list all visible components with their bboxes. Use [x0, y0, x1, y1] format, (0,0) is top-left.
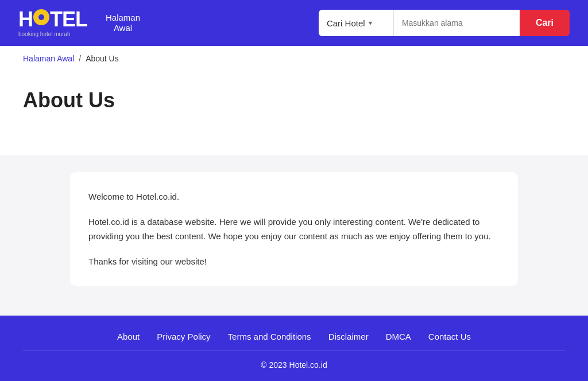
- search-button[interactable]: Cari: [520, 10, 570, 36]
- footer-link-about[interactable]: About: [117, 332, 140, 341]
- footer-divider: [23, 351, 565, 351]
- footer-copyright: © 2023 Hotel.co.id: [261, 360, 327, 370]
- footer-link-terms[interactable]: Terms and Conditions: [228, 332, 311, 341]
- content-paragraph-3: Thanks for visiting our website!: [88, 254, 500, 269]
- footer-link-contact[interactable]: Contact Us: [428, 332, 471, 341]
- content-paragraph-1: Welcome to Hotel.co.id.: [88, 189, 500, 204]
- footer-link-dmca[interactable]: DMCA: [386, 332, 411, 341]
- page-title: About Us: [23, 88, 565, 112]
- chevron-down-icon: ▾: [369, 19, 372, 27]
- search-type-dropdown[interactable]: Cari Hotel ▾: [319, 10, 393, 36]
- logo-text: HTEL: [18, 9, 87, 30]
- footer-link-disclaimer[interactable]: Disclaimer: [328, 332, 369, 341]
- breadcrumb-home-link[interactable]: Halaman Awal: [23, 54, 74, 63]
- breadcrumb-separator: /: [79, 54, 81, 63]
- main-content: About Us: [0, 71, 588, 155]
- search-area: Cari Hotel ▾ Cari: [319, 10, 570, 36]
- logo-icon: [33, 9, 49, 25]
- breadcrumb: Halaman Awal / About Us: [0, 46, 588, 71]
- search-input[interactable]: [393, 10, 520, 36]
- logo-subtitle: booking hotel murah: [18, 31, 87, 37]
- header: HTEL booking hotel murah Halaman Awal Ca…: [0, 0, 588, 46]
- content-paragraph-2: Hotel.co.id is a database website. Here …: [88, 215, 500, 244]
- content-card: Welcome to Hotel.co.id. Hotel.co.id is a…: [70, 172, 518, 286]
- footer-links: About Privacy Policy Terms and Condition…: [117, 332, 471, 341]
- content-area: Welcome to Hotel.co.id. Hotel.co.id is a…: [0, 155, 588, 316]
- breadcrumb-current: About Us: [86, 54, 119, 63]
- nav-home[interactable]: Halaman Awal: [106, 13, 140, 33]
- logo-area: HTEL: [18, 9, 87, 30]
- logo-block: HTEL booking hotel murah: [18, 9, 87, 37]
- footer-link-privacy[interactable]: Privacy Policy: [157, 332, 210, 341]
- search-type-label: Cari Hotel: [327, 18, 365, 28]
- footer: About Privacy Policy Terms and Condition…: [0, 316, 588, 381]
